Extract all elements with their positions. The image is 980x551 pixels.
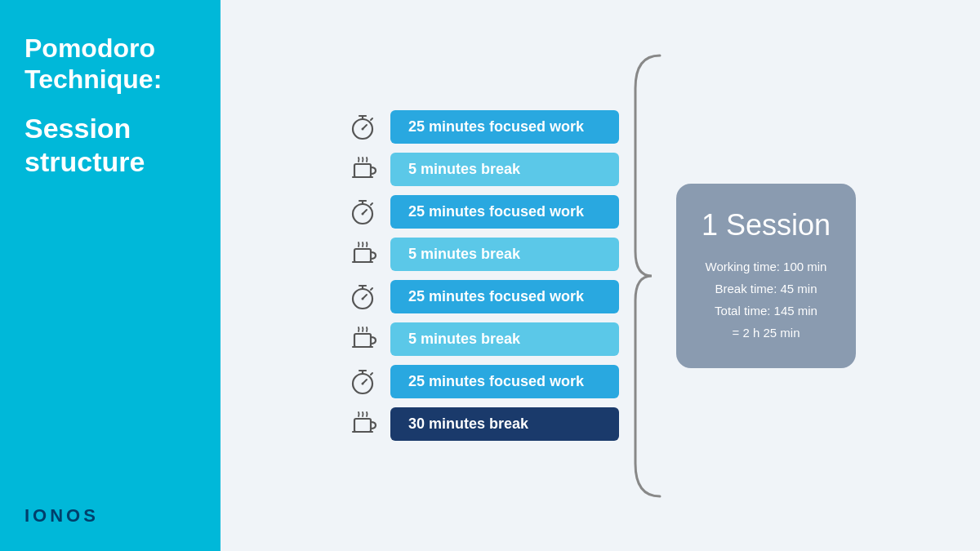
svg-rect-14 <box>354 249 371 262</box>
session-title: 1 Session <box>699 208 833 242</box>
svg-point-28 <box>362 382 364 384</box>
svg-rect-22 <box>354 334 371 347</box>
svg-line-29 <box>371 373 372 375</box>
step-row-3: 5 minutes break <box>345 237 619 273</box>
brace-connector <box>627 39 668 513</box>
timer-icon <box>345 279 381 315</box>
step-badge-6: 25 minutes focused work <box>390 365 619 398</box>
step-row-1: 5 minutes break <box>345 152 619 188</box>
step-badge-7: 30 minutes break <box>390 407 619 441</box>
step-row-4: 25 minutes focused work <box>345 279 619 315</box>
svg-point-12 <box>362 212 364 215</box>
step-row-5: 5 minutes break <box>345 322 619 358</box>
coffee-icon <box>345 237 381 273</box>
main-content: 25 minutes focused work 5 minutes break … <box>220 0 980 551</box>
sidebar-title: PomodoroTechnique: <box>24 33 196 96</box>
session-info-box: 1 Session Working time: 100 min Break ti… <box>676 184 856 368</box>
svg-rect-30 <box>354 419 371 432</box>
step-badge-4: 25 minutes focused work <box>390 280 619 313</box>
svg-point-4 <box>362 127 364 130</box>
coffee-icon <box>345 152 381 188</box>
step-row-0: 25 minutes focused work <box>345 109 619 145</box>
sidebar-logo: IONOS <box>24 505 196 527</box>
svg-line-21 <box>371 288 372 290</box>
svg-line-13 <box>371 203 372 205</box>
timer-icon <box>345 109 381 145</box>
step-badge-3: 5 minutes break <box>390 238 619 271</box>
step-badge-0: 25 minutes focused work <box>390 110 619 144</box>
svg-rect-6 <box>354 164 371 177</box>
svg-point-20 <box>362 297 364 300</box>
session-details: Working time: 100 min Break time: 45 min… <box>699 256 833 344</box>
steps-list: 25 minutes focused work 5 minutes break … <box>345 109 619 442</box>
coffee-icon <box>345 322 381 358</box>
timer-icon <box>345 364 381 400</box>
step-row-7: 30 minutes break <box>345 407 619 442</box>
timer-icon <box>345 194 381 230</box>
step-row-6: 25 minutes focused work <box>345 364 619 400</box>
step-badge-2: 25 minutes focused work <box>390 195 619 229</box>
sidebar-subtitle: Sessionstructure <box>24 112 196 179</box>
step-badge-5: 5 minutes break <box>390 322 619 356</box>
svg-line-5 <box>371 118 372 120</box>
step-row-2: 25 minutes focused work <box>345 194 619 230</box>
step-badge-1: 5 minutes break <box>390 153 619 186</box>
sidebar: PomodoroTechnique: Sessionstructure IONO… <box>0 0 220 551</box>
coffee-icon <box>345 407 381 442</box>
